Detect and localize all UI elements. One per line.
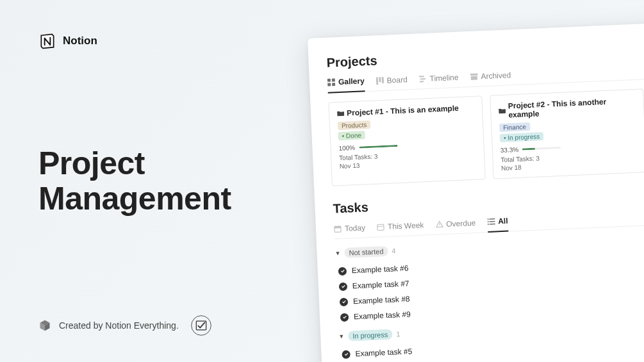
tasks-heading: Tasks (333, 185, 644, 216)
cube-icon (38, 319, 51, 332)
hero-line-1: Project (38, 145, 145, 181)
group-name: Not started (344, 246, 388, 258)
check-circle-icon (340, 297, 349, 306)
page-title: Project Management (38, 146, 295, 217)
task-title: Example task #9 (354, 309, 411, 321)
calendar-icon (334, 224, 342, 233)
svg-rect-8 (381, 76, 383, 83)
group-name: In progress (348, 329, 393, 341)
tab-board[interactable]: Board (376, 74, 408, 90)
category-pill: Finance (499, 122, 530, 132)
task-title: Example task #6 (352, 263, 409, 275)
project-title: Project #2 - This is another example (508, 96, 636, 120)
tab-label: Today (345, 223, 366, 233)
category-pill: Products (338, 120, 371, 130)
svg-rect-7 (379, 77, 381, 82)
svg-rect-10 (420, 78, 425, 79)
svg-rect-15 (334, 226, 341, 228)
svg-rect-2 (327, 78, 331, 81)
tab-label: Gallery (338, 76, 365, 86)
task-title: Example task #8 (353, 294, 410, 306)
toggle-icon: ▼ (334, 250, 340, 256)
svg-point-23 (487, 221, 488, 222)
hero-line-2: Management (38, 181, 231, 217)
svg-rect-9 (418, 76, 424, 77)
progress-bar (522, 147, 561, 151)
tab-this-week[interactable]: This Week (377, 220, 424, 236)
progress-bar (359, 145, 397, 149)
tab-label: Timeline (429, 72, 458, 83)
list-icon (487, 218, 495, 226)
gallery-icon (327, 78, 336, 86)
certified-badge-icon (190, 315, 212, 336)
tab-label: Archived (481, 70, 511, 81)
group-count: 1 (396, 330, 400, 338)
overdue-icon (435, 220, 443, 229)
svg-rect-4 (327, 83, 331, 86)
svg-rect-13 (470, 76, 477, 79)
toggle-icon: ▼ (338, 333, 344, 340)
svg-rect-12 (470, 73, 477, 76)
tab-gallery[interactable]: Gallery (327, 76, 365, 93)
svg-rect-6 (376, 77, 378, 85)
svg-rect-3 (332, 78, 335, 81)
tab-label: All (498, 217, 508, 226)
status-pill: Done (338, 131, 365, 140)
tab-archived[interactable]: Archived (470, 70, 511, 86)
svg-point-22 (487, 218, 488, 220)
check-circle-icon (339, 282, 348, 291)
folder-icon (337, 110, 344, 117)
footer-text: Created by Notion Everything. (59, 320, 179, 331)
tab-all[interactable]: All (487, 217, 508, 233)
calendar-week-icon (377, 223, 385, 231)
tab-label: This Week (388, 220, 424, 231)
project-card[interactable]: Project #2 - This is another example Fin… (490, 88, 644, 179)
tab-label: Board (386, 75, 408, 85)
group-count: 4 (392, 247, 396, 254)
project-card[interactable]: Project #1 - This is an example Products… (328, 95, 485, 186)
task-title: Example task #7 (352, 279, 409, 290)
progress-label: 33.3% (500, 146, 519, 154)
svg-point-24 (487, 224, 488, 225)
tab-timeline[interactable]: Timeline (418, 72, 459, 89)
footer: Created by Notion Everything. (38, 315, 212, 336)
svg-rect-11 (420, 81, 424, 82)
check-circle-icon (338, 267, 347, 276)
svg-rect-16 (377, 224, 384, 230)
tab-overdue[interactable]: Overdue (435, 218, 476, 234)
archived-icon (470, 72, 478, 81)
project-cards: Project #1 - This is an example Products… (328, 86, 644, 186)
brand-name: Notion (63, 35, 97, 47)
template-preview-panel: Projects Gallery Board Timeline Archived (308, 21, 644, 362)
timeline-icon (418, 74, 427, 83)
task-title: Example task #5 (355, 347, 412, 358)
project-title: Project #1 - This is an example (347, 104, 459, 118)
folder-icon (499, 107, 506, 114)
svg-rect-5 (332, 83, 335, 86)
status-pill: In progress (500, 132, 544, 142)
tab-label: Overdue (446, 218, 476, 228)
brand: Notion (38, 32, 295, 50)
progress-label: 100% (338, 144, 355, 152)
check-circle-icon (340, 313, 349, 322)
notion-logo-icon (38, 32, 56, 50)
svg-point-0 (191, 316, 211, 336)
task-group-not-started: ▼ Not started 4 Example task #6 Nov 18 P… (334, 232, 644, 325)
board-icon (376, 76, 384, 85)
check-circle-icon (342, 350, 351, 359)
tab-today[interactable]: Today (334, 222, 366, 238)
